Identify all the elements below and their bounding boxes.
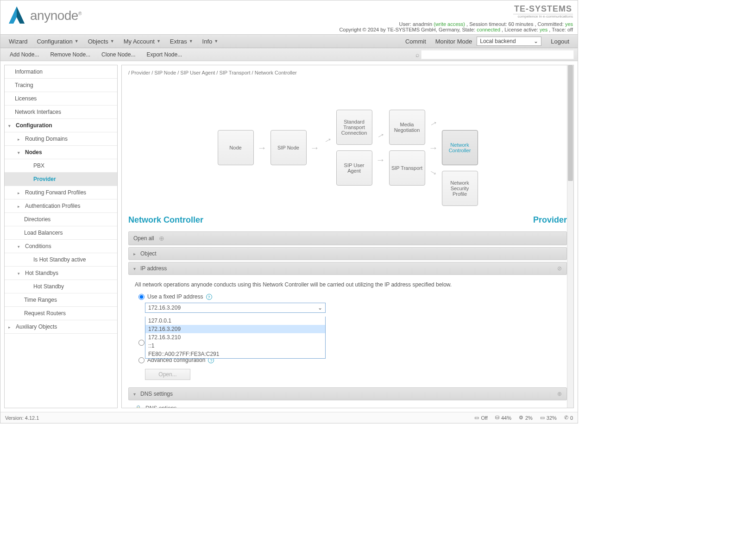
disabled-icon: ⊘ (557, 265, 562, 272)
ip-select[interactable]: 172.16.3.209⌄ (145, 303, 326, 313)
flow-diagram: Node → SIP Node → → Standard Transport C… (128, 89, 567, 206)
sidebar-item-hot-standby[interactable]: Hot Standby (5, 280, 117, 293)
backend-select[interactable]: Local backend⌄ (477, 37, 541, 46)
radio-hidden[interactable] (138, 340, 145, 346)
chevron-down-icon: ⌄ (318, 305, 322, 311)
session-label: , Session timeout: (466, 21, 507, 27)
sidebar-item-conditions[interactable]: Conditions (5, 240, 117, 253)
remove-node-button[interactable]: Remove Node... (44, 51, 96, 58)
ip-option[interactable]: 172.16.3.209 (145, 325, 325, 333)
sidebar-item-hot-standbys[interactable]: Hot Standbys (5, 267, 117, 280)
cpu-icon: ⚙ (519, 415, 523, 421)
arrow-icon: → (427, 116, 440, 130)
header: anynode® TE-SYSTEMS competence in e-comm… (0, 0, 578, 34)
sidebar: Information Tracing Licenses Network Int… (4, 65, 118, 408)
sidebar-item-routing-domains[interactable]: Routing Domains (5, 132, 117, 146)
flow-sip-transport[interactable]: SIP Transport (389, 150, 425, 186)
flow-sip-node[interactable]: SIP Node (270, 130, 307, 165)
ip-option[interactable]: FE80::A00:27FF:FE3A:C291 (145, 350, 325, 358)
help-icon[interactable]: ? (206, 294, 212, 300)
add-node-button[interactable]: Add Node... (4, 51, 44, 58)
sidebar-item-time-ranges[interactable]: Time Ranges (5, 293, 117, 307)
search-icon: ⌕ (415, 51, 419, 58)
logo-area: anynode® (5, 4, 82, 27)
version-label: Version: (5, 415, 24, 421)
ip-address-body: All network operations anynode conducts … (128, 277, 567, 387)
ip-option[interactable]: 127.0.0.1 (145, 317, 325, 325)
trace-value: off (567, 27, 573, 32)
arrow-icon: → (374, 129, 387, 143)
sidebar-item-aux-objects[interactable]: Auxiliary Objects (5, 320, 117, 334)
status-disk: ⛁44% (495, 415, 511, 421)
sidebar-item-information[interactable]: Information (5, 65, 117, 79)
sidebar-item-pbx[interactable]: PBX (5, 159, 117, 173)
committed-label: , Committed: (535, 21, 563, 27)
sidebar-item-request-routers[interactable]: Request Routers (5, 307, 117, 320)
flow-node[interactable]: Node (218, 130, 254, 165)
sidebar-item-auth-profiles[interactable]: Authentication Profiles (5, 199, 117, 213)
user-name: anadmin (413, 21, 432, 27)
flow-std-transport[interactable]: Standard Transport Connection (336, 110, 372, 145)
sidebar-item-directories[interactable]: Directories (5, 213, 117, 226)
my-account-menu[interactable]: My Account▼ (119, 35, 165, 48)
sidebar-item-routing-forward[interactable]: Routing Forward Profiles (5, 186, 117, 199)
flow-media-neg[interactable]: Media Negotiation (389, 110, 425, 145)
main-toolbar: Wizard Configuration▼ Objects▼ My Accoun… (0, 34, 578, 48)
wizard-menu[interactable]: Wizard (4, 35, 32, 48)
objects-menu[interactable]: Objects▼ (83, 35, 119, 48)
content-scrollbar[interactable] (567, 65, 573, 408)
sidebar-item-provider[interactable]: Provider (5, 173, 117, 186)
chevron-right-icon: ▸ (133, 251, 136, 256)
license-label: , License active: (502, 27, 538, 32)
clone-node-button[interactable]: Clone Node... (96, 51, 141, 58)
radio-fixed-ip[interactable] (138, 294, 145, 300)
logout-button[interactable]: Logout (546, 35, 574, 48)
sidebar-item-nodes[interactable]: Nodes (5, 146, 117, 159)
scrollbar-thumb[interactable] (568, 65, 573, 181)
version-value: 4.12.1 (25, 415, 39, 421)
section-dns-settings[interactable]: ▾ DNS settings ⊕ (128, 387, 567, 400)
search-input[interactable] (421, 50, 574, 59)
license-value: yes (540, 27, 547, 32)
extras-menu[interactable]: Extras▼ (165, 35, 198, 48)
node-toolbar: Add Node... Remove Node... Clone Node...… (0, 48, 578, 61)
section-ip-address[interactable]: ▾ IP address ⊘ (128, 262, 567, 275)
info-menu[interactable]: Info▼ (198, 35, 223, 48)
anynode-logo-icon (5, 4, 28, 27)
sidebar-item-configuration[interactable]: Configuration (5, 119, 117, 132)
open-all-bar[interactable]: Open all⊕ (128, 231, 567, 245)
flow-network-controller[interactable]: Network Controller (442, 130, 478, 165)
plus-icon[interactable]: ⊕ (557, 391, 562, 397)
ip-option[interactable]: 172.16.3.210 (145, 333, 325, 342)
te-systems-sub: competence in e-communications (339, 14, 573, 19)
plus-icon: ⊕ (159, 235, 164, 242)
flow-sip-user-agent[interactable]: SIP User Agent (336, 150, 372, 186)
sidebar-item-tracing[interactable]: Tracing (5, 79, 117, 92)
page-subtitle: Provider (533, 215, 567, 225)
commit-button[interactable]: Commit (401, 35, 431, 48)
sidebar-item-network-interfaces[interactable]: Network Interfaces (5, 106, 117, 119)
dns-options-row[interactable]: 🔒 DNS options (128, 402, 567, 408)
footer: Version: 4.12.1 ▭Off ⛁44% ⚙2% ▭32% ✆0 (0, 412, 578, 423)
arrow-icon: → (310, 143, 320, 153)
configuration-menu[interactable]: Configuration▼ (32, 35, 83, 48)
ip-option[interactable]: ::1 (145, 342, 325, 350)
section-object[interactable]: ▸ Object (128, 247, 567, 260)
content-area: / Provider / SIP Node / SIP User Agent /… (121, 65, 574, 408)
status-off: ▭Off (474, 415, 487, 421)
status-cpu: ⚙2% (519, 415, 533, 421)
arrow-icon: → (258, 143, 267, 153)
radio-advanced[interactable] (138, 357, 145, 363)
label-fixed-ip: Use a fixed IP address (147, 293, 203, 300)
sidebar-item-hot-standby-active[interactable]: Is Hot Standby active (5, 253, 117, 267)
export-node-button[interactable]: Export Node... (141, 51, 188, 58)
lock-icon: 🔒 (135, 405, 142, 408)
memory-icon: ▭ (540, 415, 545, 421)
flow-net-sec-profile[interactable]: Network Security Profile (442, 171, 478, 206)
trace-label: , Trace: (549, 27, 566, 32)
breadcrumb[interactable]: / Provider / SIP Node / SIP User Agent /… (128, 70, 567, 75)
monitor-mode-button[interactable]: Monitor Mode (431, 35, 477, 48)
sidebar-item-load-balancers[interactable]: Load Balancers (5, 226, 117, 240)
copyright: Copyright © 2024 by TE-SYSTEMS GmbH, Ger… (339, 27, 475, 32)
sidebar-item-licenses[interactable]: Licenses (5, 92, 117, 106)
